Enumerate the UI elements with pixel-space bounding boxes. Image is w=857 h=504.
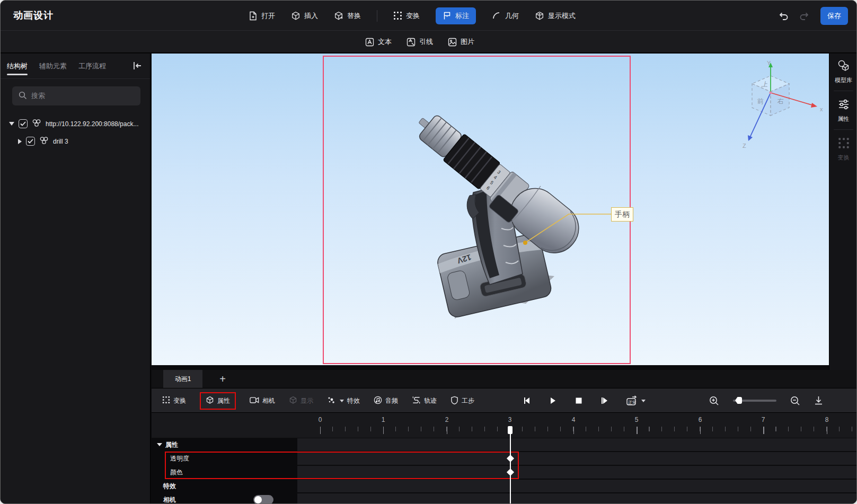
tree-row-root[interactable]: http://10.122.92.200:8088/pack...	[1, 115, 150, 132]
properties-panel-button[interactable]: 属性	[829, 92, 857, 128]
cube-icon	[289, 396, 297, 406]
track-display-button[interactable]: 显示	[289, 396, 313, 406]
row-camera-group[interactable]: 相机	[152, 493, 857, 504]
transform-panel-button[interactable]: 变换	[829, 131, 857, 167]
dots-grid-icon	[162, 396, 170, 405]
group-expand-caret[interactable]	[157, 443, 162, 446]
view-cube[interactable]: 上 前 右 Y x Z	[741, 60, 829, 153]
image-tool-button[interactable]: 图片	[448, 37, 474, 47]
track-step-button[interactable]: 工步	[450, 396, 474, 406]
animation-tab[interactable]: 动画1	[163, 370, 202, 388]
save-button[interactable]: 保存	[820, 7, 848, 25]
track-transform-label: 变换	[173, 396, 186, 405]
tab-structure-tree[interactable]: 结构树	[7, 54, 28, 78]
undo-button[interactable]	[778, 11, 789, 21]
viewcube-front-face-label[interactable]: 前	[757, 98, 764, 105]
open-file-icon	[249, 11, 258, 21]
sliders-icon	[837, 99, 850, 112]
top-bar: 动画设计 打开 插入 替换 变换 标注	[1, 1, 856, 31]
insert-button[interactable]: 插入	[291, 11, 318, 21]
menu-divider	[377, 10, 377, 22]
playback-speed-button[interactable]: 正常	[626, 395, 646, 406]
axis-x-label: x	[820, 106, 823, 112]
export-button[interactable]	[814, 396, 823, 405]
track-lane[interactable]	[297, 480, 857, 492]
track-properties-label: 属性	[217, 396, 230, 405]
row-opacity[interactable]: 透明度	[152, 452, 857, 465]
ruler-number: 1	[382, 416, 385, 423]
transform-button[interactable]: 变换	[393, 11, 420, 21]
main-menu: 打开 插入 替换 变换 标注 几何	[249, 1, 576, 31]
search-input[interactable]: 搜索	[12, 86, 140, 105]
tree-node-label: drill 3	[53, 138, 68, 145]
track-audio-button[interactable]: 音频	[374, 396, 398, 406]
playhead-handle[interactable]	[508, 426, 513, 434]
divider	[834, 91, 853, 91]
row-properties-group[interactable]: 属性	[152, 438, 857, 452]
model-library-button[interactable]: 模型库	[829, 54, 857, 90]
add-animation-button[interactable]: +	[215, 372, 230, 386]
cube-icon	[206, 396, 214, 406]
open-button[interactable]: 打开	[249, 11, 275, 21]
drill-model[interactable]: 12V 3 4 5 6	[152, 54, 829, 365]
text-tool-button[interactable]: 文本	[365, 37, 392, 47]
timeline-zoom-slider[interactable]	[733, 400, 776, 402]
camera-toggle[interactable]	[253, 495, 273, 504]
effects-dropdown-caret[interactable]	[340, 400, 344, 402]
stop-button[interactable]	[575, 397, 582, 404]
row-color[interactable]: 颜色	[152, 465, 857, 479]
track-lane[interactable]	[297, 493, 857, 504]
annotate-button[interactable]: 标注	[436, 7, 476, 24]
tree-row-drill[interactable]: drill 3	[1, 132, 150, 150]
track-lane[interactable]	[297, 466, 857, 479]
replace-button[interactable]: 替换	[334, 11, 361, 21]
display-mode-button[interactable]: 显示模式	[535, 11, 576, 21]
transform-panel-label: 变换	[838, 154, 850, 162]
redo-button[interactable]	[799, 11, 810, 21]
track-effects-label: 特效	[347, 396, 360, 405]
tab-process-flow[interactable]: 工序流程	[78, 54, 106, 78]
zoom-slider-knob[interactable]	[735, 397, 742, 404]
root-checkbox[interactable]	[19, 119, 28, 128]
track-lane[interactable]	[297, 452, 857, 465]
tab-auxiliary-elements[interactable]: 辅助元素	[39, 54, 67, 78]
track-step-label: 工步	[462, 396, 474, 405]
timeline-rows: 属性 透明度 颜色 特效 相机	[152, 438, 857, 504]
insert-label: 插入	[304, 11, 318, 21]
image-tool-label: 图片	[461, 37, 474, 47]
video-camera-icon	[250, 396, 259, 405]
expand-caret-icon[interactable]	[9, 122, 14, 126]
row-effects-group[interactable]: 特效	[152, 479, 857, 493]
viewport-3d[interactable]: 12V 3 4 5 6	[152, 54, 829, 365]
collapse-sidebar-icon[interactable]	[132, 61, 143, 73]
ruler-number: 0	[319, 416, 322, 423]
track-properties-button[interactable]: 属性	[200, 392, 236, 410]
audio-icon	[374, 396, 382, 406]
zoom-in-button[interactable]	[709, 396, 719, 406]
assembly-icon	[32, 119, 41, 129]
app-title: 动画设计	[13, 9, 54, 22]
collapsed-caret-icon[interactable]	[18, 139, 22, 144]
track-lane[interactable]	[297, 438, 857, 451]
shield-icon	[450, 396, 458, 406]
model-library-label: 模型库	[835, 76, 852, 84]
speed-dropdown-caret	[641, 400, 646, 402]
zoom-out-button[interactable]	[790, 396, 800, 406]
timeline-ruler[interactable]: 0 1 2 3 4 5 6 7 8	[152, 412, 857, 438]
viewcube-right-face-label[interactable]: 右	[777, 98, 784, 105]
geometry-button[interactable]: 几何	[492, 11, 519, 21]
step-forward-button[interactable]	[600, 396, 608, 405]
text-tool-label: 文本	[378, 37, 392, 47]
toggle-knob	[254, 496, 262, 503]
play-button[interactable]	[549, 396, 557, 405]
topbar-right: 保存	[778, 1, 848, 31]
track-transform-button[interactable]: 变换	[162, 396, 186, 405]
ruler-number: 8	[825, 416, 829, 423]
track-camera-button[interactable]: 相机	[250, 396, 275, 405]
leader-tool-button[interactable]: 引线	[407, 37, 433, 47]
step-backward-button[interactable]	[523, 396, 531, 405]
drill-checkbox[interactable]	[26, 137, 35, 146]
annotation-label[interactable]: 手柄	[611, 207, 633, 222]
track-trajectory-button[interactable]: 轨迹	[412, 396, 437, 405]
track-effects-button[interactable]: 特效	[327, 396, 360, 406]
